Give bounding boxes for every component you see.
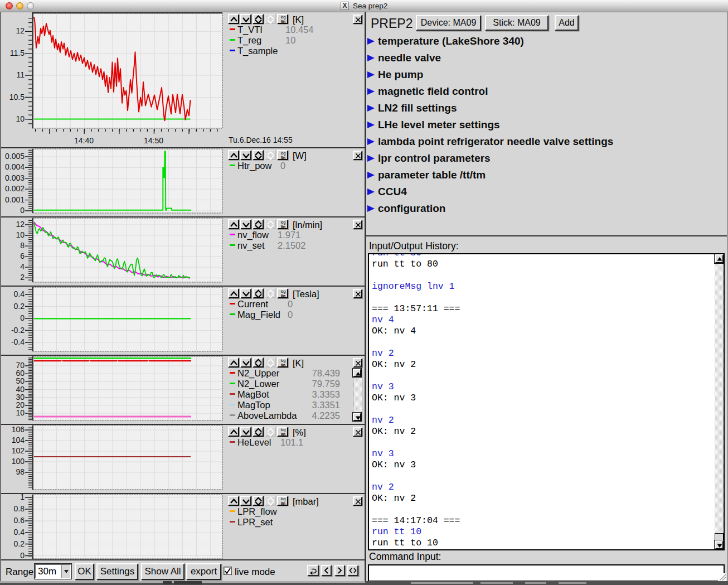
svg-text:lin: lin xyxy=(281,501,285,505)
svg-text:lin: lin xyxy=(281,432,285,436)
svg-text:lin: lin xyxy=(281,294,285,298)
svg-text:lin: lin xyxy=(281,363,285,367)
svg-text:lin: lin xyxy=(281,225,285,229)
svg-text:lin: lin xyxy=(281,20,285,23)
svg-text:lin: lin xyxy=(281,156,285,159)
